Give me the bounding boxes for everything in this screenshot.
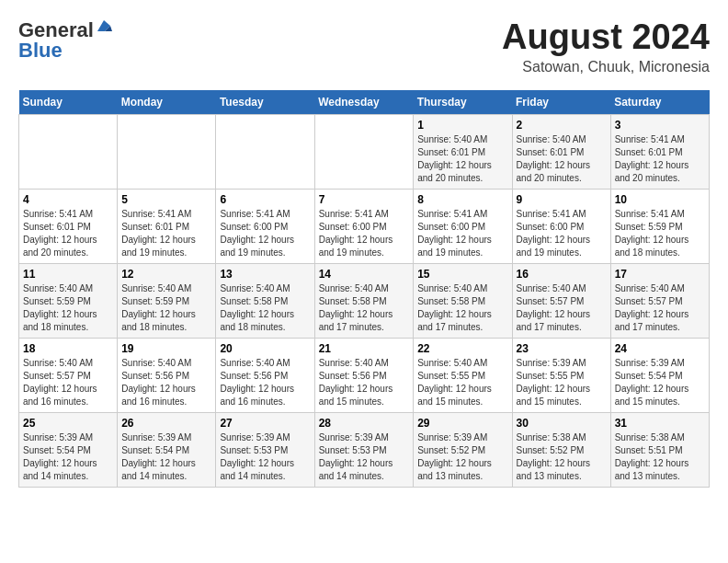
calendar-cell [19, 114, 118, 189]
day-number: 31 [615, 417, 705, 430]
day-number: 2 [517, 119, 607, 132]
calendar-cell: 9Sunrise: 5:41 AM Sunset: 6:00 PM Daylig… [512, 189, 610, 263]
day-info: Sunrise: 5:39 AM Sunset: 5:55 PM Dayligh… [517, 357, 607, 408]
day-info: Sunrise: 5:39 AM Sunset: 5:54 PM Dayligh… [615, 357, 705, 408]
calendar-cell: 31Sunrise: 5:38 AM Sunset: 5:51 PM Dayli… [610, 412, 709, 487]
day-info: Sunrise: 5:40 AM Sunset: 5:56 PM Dayligh… [121, 357, 211, 408]
day-info: Sunrise: 5:40 AM Sunset: 5:57 PM Dayligh… [23, 357, 113, 408]
calendar-cell: 5Sunrise: 5:41 AM Sunset: 6:01 PM Daylig… [118, 189, 216, 263]
calendar-cell [118, 114, 216, 189]
day-number: 10 [615, 193, 705, 206]
day-number: 18 [23, 342, 113, 355]
subtitle: Satowan, Chuuk, Micronesia [502, 59, 710, 75]
day-number: 15 [417, 268, 507, 281]
calendar-cell [216, 114, 314, 189]
day-info: Sunrise: 5:40 AM Sunset: 5:58 PM Dayligh… [319, 282, 410, 334]
day-number: 22 [417, 342, 507, 355]
calendar-cell: 22Sunrise: 5:40 AM Sunset: 5:55 PM Dayli… [414, 338, 512, 412]
calendar-cell: 24Sunrise: 5:39 AM Sunset: 5:54 PM Dayli… [610, 338, 709, 412]
day-number: 9 [517, 193, 607, 206]
calendar-cell: 26Sunrise: 5:39 AM Sunset: 5:54 PM Dayli… [118, 412, 216, 487]
day-info: Sunrise: 5:40 AM Sunset: 5:59 PM Dayligh… [121, 282, 211, 334]
day-info: Sunrise: 5:40 AM Sunset: 5:58 PM Dayligh… [220, 282, 310, 334]
day-info: Sunrise: 5:40 AM Sunset: 5:55 PM Dayligh… [417, 357, 507, 408]
title-block: August 2024 Satowan, Chuuk, Micronesia [502, 18, 710, 75]
day-number: 4 [23, 193, 113, 206]
day-info: Sunrise: 5:41 AM Sunset: 6:00 PM Dayligh… [417, 208, 507, 259]
day-number: 7 [319, 193, 410, 206]
day-info: Sunrise: 5:40 AM Sunset: 6:01 PM Dayligh… [417, 133, 507, 185]
day-info: Sunrise: 5:39 AM Sunset: 5:53 PM Dayligh… [220, 431, 310, 483]
calendar-cell [314, 114, 414, 189]
day-info: Sunrise: 5:40 AM Sunset: 5:56 PM Dayligh… [319, 357, 410, 408]
calendar-week-5: 25Sunrise: 5:39 AM Sunset: 5:54 PM Dayli… [19, 412, 710, 487]
day-info: Sunrise: 5:41 AM Sunset: 5:59 PM Dayligh… [615, 208, 705, 259]
day-number: 5 [121, 193, 211, 206]
day-info: Sunrise: 5:40 AM Sunset: 5:58 PM Dayligh… [417, 282, 507, 334]
calendar-cell: 1Sunrise: 5:40 AM Sunset: 6:01 PM Daylig… [414, 114, 512, 189]
day-info: Sunrise: 5:41 AM Sunset: 6:00 PM Dayligh… [220, 208, 310, 259]
logo-icon [96, 18, 112, 35]
calendar-cell: 23Sunrise: 5:39 AM Sunset: 5:55 PM Dayli… [512, 338, 610, 412]
calendar-table: SundayMondayTuesdayWednesdayThursdayFrid… [18, 90, 710, 488]
main-title: August 2024 [502, 18, 710, 57]
day-info: Sunrise: 5:38 AM Sunset: 5:51 PM Dayligh… [615, 431, 705, 483]
calendar-week-4: 18Sunrise: 5:40 AM Sunset: 5:57 PM Dayli… [19, 338, 710, 412]
calendar-cell: 11Sunrise: 5:40 AM Sunset: 5:59 PM Dayli… [19, 263, 118, 338]
day-number: 8 [417, 193, 507, 206]
day-info: Sunrise: 5:41 AM Sunset: 6:01 PM Dayligh… [615, 133, 705, 185]
day-number: 16 [517, 268, 607, 281]
calendar-cell: 4Sunrise: 5:41 AM Sunset: 6:01 PM Daylig… [19, 189, 118, 263]
day-info: Sunrise: 5:40 AM Sunset: 5:57 PM Dayligh… [517, 282, 607, 334]
day-number: 27 [220, 417, 310, 430]
day-number: 26 [121, 417, 211, 430]
day-of-week-monday: Monday [118, 90, 216, 115]
calendar-cell: 13Sunrise: 5:40 AM Sunset: 5:58 PM Dayli… [216, 263, 314, 338]
day-number: 21 [319, 342, 410, 355]
day-number: 29 [417, 417, 507, 430]
day-info: Sunrise: 5:41 AM Sunset: 6:01 PM Dayligh… [121, 208, 211, 259]
calendar-cell: 27Sunrise: 5:39 AM Sunset: 5:53 PM Dayli… [216, 412, 314, 487]
calendar-cell: 6Sunrise: 5:41 AM Sunset: 6:00 PM Daylig… [216, 189, 314, 263]
day-number: 23 [517, 342, 607, 355]
calendar-cell: 15Sunrise: 5:40 AM Sunset: 5:58 PM Dayli… [414, 263, 512, 338]
day-info: Sunrise: 5:39 AM Sunset: 5:53 PM Dayligh… [319, 431, 410, 483]
day-of-week-sunday: Sunday [19, 90, 118, 115]
calendar-week-3: 11Sunrise: 5:40 AM Sunset: 5:59 PM Dayli… [19, 263, 710, 338]
day-info: Sunrise: 5:40 AM Sunset: 5:57 PM Dayligh… [615, 282, 705, 334]
page-header: General Blue August 2024 Satowan, Chuuk,… [18, 18, 710, 75]
calendar-cell: 21Sunrise: 5:40 AM Sunset: 5:56 PM Dayli… [314, 338, 414, 412]
day-number: 19 [121, 342, 211, 355]
calendar-cell: 14Sunrise: 5:40 AM Sunset: 5:58 PM Dayli… [314, 263, 414, 338]
day-of-week-tuesday: Tuesday [216, 90, 314, 115]
calendar-cell: 10Sunrise: 5:41 AM Sunset: 5:59 PM Dayli… [610, 189, 709, 263]
day-number: 28 [319, 417, 410, 430]
calendar-cell: 12Sunrise: 5:40 AM Sunset: 5:59 PM Dayli… [118, 263, 216, 338]
calendar-week-2: 4Sunrise: 5:41 AM Sunset: 6:01 PM Daylig… [19, 189, 710, 263]
calendar-header-row: SundayMondayTuesdayWednesdayThursdayFrid… [19, 90, 710, 115]
day-info: Sunrise: 5:40 AM Sunset: 5:59 PM Dayligh… [23, 282, 113, 334]
day-number: 11 [23, 268, 113, 281]
day-number: 30 [517, 417, 607, 430]
calendar-cell: 7Sunrise: 5:41 AM Sunset: 6:00 PM Daylig… [314, 189, 414, 263]
day-of-week-saturday: Saturday [610, 90, 709, 115]
logo: General Blue [18, 18, 112, 63]
day-info: Sunrise: 5:39 AM Sunset: 5:52 PM Dayligh… [417, 431, 507, 483]
day-number: 14 [319, 268, 410, 281]
calendar-cell: 18Sunrise: 5:40 AM Sunset: 5:57 PM Dayli… [19, 338, 118, 412]
day-number: 13 [220, 268, 310, 281]
calendar-cell: 8Sunrise: 5:41 AM Sunset: 6:00 PM Daylig… [414, 189, 512, 263]
day-info: Sunrise: 5:41 AM Sunset: 6:01 PM Dayligh… [23, 208, 113, 259]
day-number: 20 [220, 342, 310, 355]
calendar-cell: 19Sunrise: 5:40 AM Sunset: 5:56 PM Dayli… [118, 338, 216, 412]
day-info: Sunrise: 5:39 AM Sunset: 5:54 PM Dayligh… [121, 431, 211, 483]
day-number: 12 [121, 268, 211, 281]
calendar-cell: 25Sunrise: 5:39 AM Sunset: 5:54 PM Dayli… [19, 412, 118, 487]
calendar-cell: 16Sunrise: 5:40 AM Sunset: 5:57 PM Dayli… [512, 263, 610, 338]
logo-blue: Blue [18, 39, 63, 63]
day-info: Sunrise: 5:40 AM Sunset: 5:56 PM Dayligh… [220, 357, 310, 408]
calendar-cell: 30Sunrise: 5:38 AM Sunset: 5:52 PM Dayli… [512, 412, 610, 487]
calendar-cell: 3Sunrise: 5:41 AM Sunset: 6:01 PM Daylig… [610, 114, 709, 189]
calendar-week-1: 1Sunrise: 5:40 AM Sunset: 6:01 PM Daylig… [19, 114, 710, 189]
day-of-week-thursday: Thursday [414, 90, 512, 115]
